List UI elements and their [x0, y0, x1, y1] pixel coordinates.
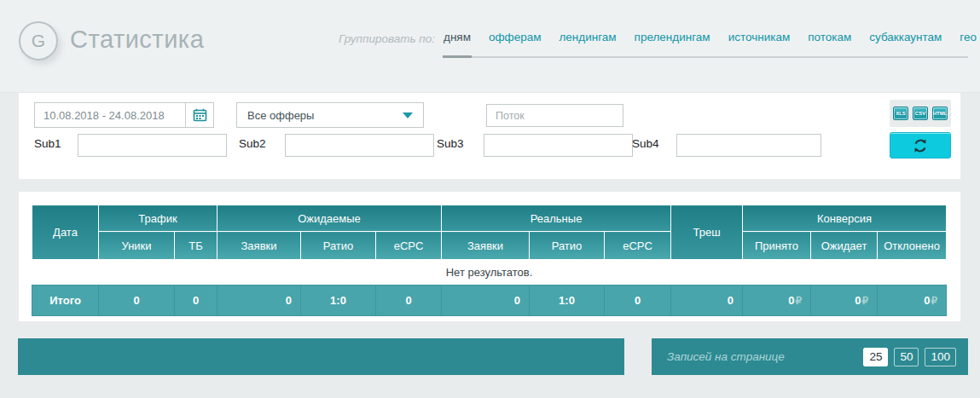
sub3-input[interactable]: [484, 134, 633, 157]
tab-offers[interactable]: офферам: [488, 31, 542, 56]
totals-accepted: 0₽: [743, 286, 811, 316]
export-html-icon[interactable]: HTML: [932, 107, 948, 120]
date-range-input[interactable]: [35, 103, 185, 127]
empty-results-message: Нет результатов.: [32, 260, 947, 286]
offers-select-value: Все офферы: [247, 109, 403, 122]
col-header-accepted: Принято: [743, 232, 811, 260]
per-page-50[interactable]: 50: [894, 348, 919, 366]
export-xls-icon[interactable]: XLS: [893, 107, 908, 120]
colgroup-real: Реальные: [442, 205, 671, 232]
app-logo: G: [19, 21, 58, 61]
col-header-real-leads: Заявки: [442, 232, 530, 260]
totals-declined: 0₽: [878, 286, 947, 316]
logo-letter: G: [32, 31, 45, 51]
col-header-expected-ratio: Ратио: [301, 232, 376, 260]
footer-bar-left: [18, 338, 624, 375]
totals-trash: 0: [671, 286, 743, 316]
refresh-button[interactable]: [890, 132, 951, 159]
col-header-real-ecpc: eCPC: [605, 232, 671, 260]
empty-results-row: Нет результатов.: [32, 260, 947, 286]
calendar-icon: [193, 108, 207, 122]
col-header-real-ratio: Ратио: [530, 232, 605, 260]
totals-pending: 0₽: [811, 286, 878, 316]
per-page-label: Записей на странице: [667, 350, 857, 363]
colgroup-expected: Ожидаемые: [217, 205, 442, 232]
totals-real-ratio: 1:0: [530, 286, 605, 316]
totals-expected-ratio: 1:0: [301, 286, 376, 316]
col-header-expected-leads: Заявки: [217, 232, 301, 260]
export-buttons: XLS CSV HTML: [890, 100, 951, 127]
filter-panel: Все офферы XLS CSV HTML Sub1 Sub2 Sub3 S…: [19, 93, 960, 179]
chevron-down-icon: [403, 112, 413, 118]
group-by-label: Группировать по:: [339, 32, 435, 45]
col-header-trash: Треш: [671, 205, 743, 260]
totals-label: Итого: [32, 286, 99, 316]
sub2-input[interactable]: [285, 134, 434, 157]
tab-sources[interactable]: источникам: [728, 31, 792, 56]
date-range-picker[interactable]: [34, 102, 214, 128]
refresh-icon: [911, 137, 930, 154]
stats-table: Дата Трафик Ожидаемые Реальные Треш Конв…: [32, 205, 947, 316]
totals-tb: 0: [175, 286, 217, 316]
totals-real-leads: 0: [442, 286, 530, 316]
calendar-button[interactable]: [185, 103, 213, 127]
col-header-declined: Отклонено: [878, 232, 947, 260]
colgroup-conversion: Конверсия: [743, 205, 947, 232]
ruble-icon: ₽: [931, 295, 937, 307]
sub4-input[interactable]: [676, 134, 821, 157]
sub4-label: Sub4: [632, 137, 659, 150]
export-csv-icon[interactable]: CSV: [913, 107, 928, 120]
ruble-icon: ₽: [861, 295, 868, 307]
group-by-tabs: дням офферам лендингам прелендингам исто…: [443, 31, 968, 58]
col-header-tb: ТБ: [175, 232, 217, 260]
tab-days[interactable]: дням: [443, 31, 472, 58]
col-header-pending: Ожидает: [811, 232, 878, 260]
tab-subaccounts[interactable]: субаккаунтам: [868, 31, 942, 56]
ruble-icon: ₽: [795, 295, 802, 307]
totals-real-ecpc: 0: [605, 286, 671, 316]
totals-expected-leads: 0: [217, 286, 301, 316]
colgroup-traffic: Трафик: [99, 205, 217, 232]
col-header-uniques: Уники: [99, 232, 175, 260]
sub2-label: Sub2: [239, 137, 266, 150]
header: G Статистика Группировать по: дням оффер…: [0, 0, 980, 93]
page-title: Статистика: [70, 26, 204, 54]
totals-expected-ecpc: 0: [376, 286, 442, 316]
col-header-date: Дата: [32, 205, 99, 260]
tab-geo[interactable]: гео: [959, 31, 977, 56]
tab-prelandings[interactable]: прелендингам: [634, 31, 711, 56]
per-page-100[interactable]: 100: [925, 348, 956, 366]
totals-row: Итого 0 0 0 1:0 0 0 1:0 0 0 0₽ 0₽ 0₽: [32, 286, 947, 316]
offers-select[interactable]: Все офферы: [236, 102, 424, 128]
footer-bar-right: Записей на странице 25 50 100: [652, 338, 968, 375]
per-page-25[interactable]: 25: [863, 348, 888, 366]
col-header-expected-ecpc: eCPC: [376, 232, 442, 260]
sub1-input[interactable]: [78, 134, 227, 157]
tab-flows[interactable]: потокам: [807, 31, 852, 56]
sub1-label: Sub1: [34, 137, 61, 150]
stats-table-panel: Дата Трафик Ожидаемые Реальные Треш Конв…: [19, 192, 960, 321]
flow-input[interactable]: [486, 104, 623, 127]
tab-landings[interactable]: лендингам: [558, 31, 617, 56]
sub3-label: Sub3: [437, 137, 464, 150]
totals-uniques: 0: [99, 286, 175, 316]
